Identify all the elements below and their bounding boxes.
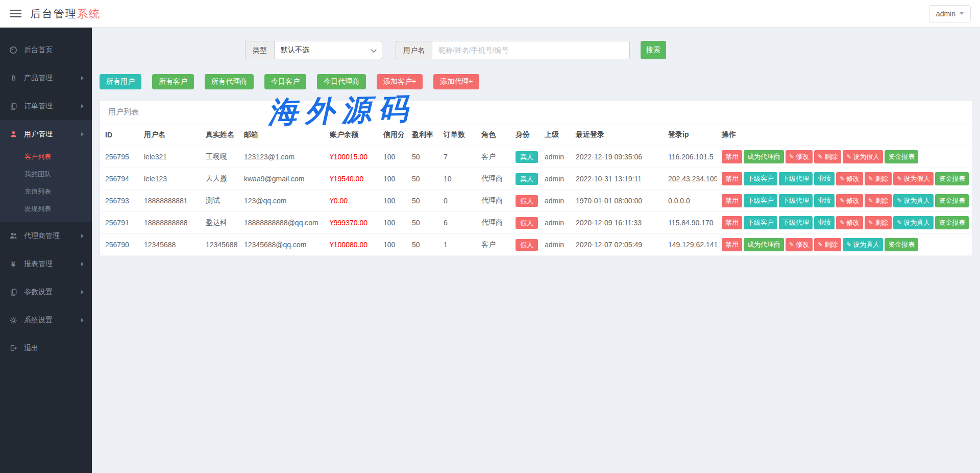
pencil-icon: ✎ <box>868 197 873 204</box>
action-button-fund-report[interactable]: 资金报表 <box>885 238 918 251</box>
action-button-delete[interactable]: ✎删除 <box>865 172 892 185</box>
sidebar-item-agent-manage[interactable]: 代理商管理 <box>0 222 92 250</box>
table-header-row: ID用户名真实姓名邮箱账户余额信用分盈利率订单数角色身份上级最近登录登录ip操作 <box>100 124 972 146</box>
action-button-become-agent[interactable]: 成为代理商 <box>744 150 784 163</box>
action-button-edit[interactable]: ✎修改 <box>786 238 813 251</box>
quick-button-add-customer[interactable]: 添加客户+ <box>377 74 423 89</box>
sidebar-subitem-customer-list[interactable]: 客户列表 <box>0 148 92 165</box>
action-button-set-real[interactable]: ✎设为真人 <box>893 194 934 207</box>
sidebar-item-label: 代理商管理 <box>24 231 60 241</box>
action-button-delete[interactable]: ✎删除 <box>814 150 841 163</box>
action-button-disable[interactable]: 禁用 <box>722 238 742 251</box>
bitcoin-icon <box>8 74 18 82</box>
action-button-disable[interactable]: 禁用 <box>722 194 742 207</box>
identity-badge: 假人 <box>516 239 538 251</box>
action-button-edit[interactable]: ✎修改 <box>836 194 863 207</box>
sidebar-item-dashboard[interactable]: 后台首页 <box>0 36 92 64</box>
pencil-icon: ✎ <box>840 197 845 204</box>
action-button-edit[interactable]: ✎修改 <box>836 216 863 229</box>
cell-credit: 100 <box>378 190 407 212</box>
identity-badge: 假人 <box>516 195 538 207</box>
user-menu-dropdown[interactable]: admin <box>929 5 971 22</box>
cell-real-name: 盈达科 <box>201 212 239 234</box>
hamburger-menu-icon[interactable] <box>10 10 21 17</box>
sidebar-item-product-manage[interactable]: 产品管理 <box>0 64 92 92</box>
quick-button-all-agents[interactable]: 所有代理商 <box>205 74 254 89</box>
cell-orders: 7 <box>438 146 476 168</box>
cell-id: 256795 <box>100 146 139 168</box>
column-header: 操作 <box>717 124 972 146</box>
pencil-icon: ✎ <box>846 241 851 248</box>
column-header: 最近登录 <box>571 124 663 146</box>
sidebar-item-report-manage[interactable]: ¥报表管理 <box>0 250 92 278</box>
sidebar-item-user-manage[interactable]: 用户管理 <box>0 120 92 148</box>
sidebar-subitem-recharge-list[interactable]: 充值列表 <box>0 183 92 200</box>
cell-identity: 真人 <box>510 168 540 190</box>
cell-email: 123@qq.com <box>239 190 325 212</box>
search-button[interactable]: 搜索 <box>641 41 666 59</box>
gears-icon <box>8 316 18 324</box>
action-button-sub-customers[interactable]: 下级客户 <box>744 194 777 207</box>
action-button-edit[interactable]: ✎修改 <box>836 172 863 185</box>
action-label: 资金报表 <box>888 241 915 248</box>
sidebar-item-logout[interactable]: 退出 <box>0 334 92 362</box>
action-label: 成为代理商 <box>747 241 780 248</box>
chevron-down-icon <box>371 46 376 52</box>
action-button-performance[interactable]: 业绩 <box>814 216 835 229</box>
quick-button-today-agents[interactable]: 今日代理商 <box>317 74 366 89</box>
action-button-sub-agents[interactable]: 下级代理 <box>779 172 813 185</box>
action-button-sub-customers[interactable]: 下级客户 <box>744 172 777 185</box>
action-button-set-fake[interactable]: ✎设为假人 <box>893 172 934 185</box>
quick-button-today-customers[interactable]: 今日客户 <box>264 74 306 89</box>
filter-bar: 类型 默认不选 用户名 搜索 <box>245 41 980 59</box>
table-row: 256794lele123大大撒kwaa9@gmail.com¥19540.00… <box>100 168 972 190</box>
cell-actions: 禁用下级客户下级代理业绩✎修改✎删除✎设为假人资金报表 <box>717 168 972 190</box>
cell-parent: admin <box>540 190 571 212</box>
action-button-disable[interactable]: 禁用 <box>722 172 742 185</box>
action-button-delete[interactable]: ✎删除 <box>865 216 892 229</box>
action-button-performance[interactable]: 业绩 <box>814 194 835 207</box>
sidebar-item-param-settings[interactable]: 参数设置 <box>0 278 92 306</box>
action-button-become-agent[interactable]: 成为代理商 <box>744 238 784 251</box>
agent-icon <box>8 232 18 240</box>
action-button-sub-customers[interactable]: 下级客户 <box>744 216 777 229</box>
quick-button-all-users[interactable]: 所有用户 <box>100 74 141 89</box>
action-button-fund-report[interactable]: 资金报表 <box>935 172 969 185</box>
action-button-sub-agents[interactable]: 下级代理 <box>779 216 813 229</box>
pencil-icon: ✎ <box>868 175 873 182</box>
action-label: 禁用 <box>725 175 739 182</box>
action-button-disable[interactable]: 禁用 <box>722 216 742 229</box>
quick-button-add-agent[interactable]: 添加代理+ <box>433 74 479 89</box>
cell-email: 18888888888@qq.com <box>239 212 325 234</box>
logo-primary: 后台管理 <box>30 8 77 19</box>
sidebar-subitem-withdraw-list[interactable]: 提现列表 <box>0 200 92 218</box>
quick-button-all-customers[interactable]: 所有客户 <box>152 74 194 89</box>
type-select[interactable]: 默认不选 <box>274 41 382 59</box>
action-button-fund-report[interactable]: 资金报表 <box>885 150 918 163</box>
table-row: 25679118888888888盈达科18888888888@qq.com¥9… <box>100 212 972 234</box>
action-button-delete[interactable]: ✎删除 <box>814 238 841 251</box>
action-button-fund-report[interactable]: 资金报表 <box>935 194 969 207</box>
action-button-edit[interactable]: ✎修改 <box>786 150 813 163</box>
action-button-disable[interactable]: 禁用 <box>722 150 742 163</box>
identity-badge: 假人 <box>516 217 538 229</box>
sidebar-subitem-my-team[interactable]: 我的团队 <box>0 165 92 183</box>
username-search-input[interactable] <box>432 41 630 59</box>
action-button-set-real[interactable]: ✎设为真人 <box>843 238 883 251</box>
action-label: 删除 <box>824 153 838 160</box>
action-label: 设为真人 <box>903 197 930 204</box>
sidebar-item-system-settings[interactable]: 系统设置 <box>0 306 92 334</box>
column-header: 邮箱 <box>239 124 325 146</box>
action-button-set-fake[interactable]: ✎设为假人 <box>843 150 883 163</box>
sidebar-item-order-manage[interactable]: 订单管理 <box>0 92 92 120</box>
action-button-fund-report[interactable]: 资金报表 <box>935 216 969 229</box>
cell-last-login: 2022-12-19 09:35:06 <box>571 146 663 168</box>
cell-username: lele123 <box>139 168 201 190</box>
dashboard-icon <box>8 46 18 54</box>
action-label: 禁用 <box>725 241 739 248</box>
action-button-set-real[interactable]: ✎设为真人 <box>893 216 934 229</box>
chevron-right-icon <box>81 318 84 322</box>
action-button-delete[interactable]: ✎删除 <box>865 194 892 207</box>
action-button-sub-agents[interactable]: 下级代理 <box>779 194 813 207</box>
action-button-performance[interactable]: 业绩 <box>814 172 835 185</box>
